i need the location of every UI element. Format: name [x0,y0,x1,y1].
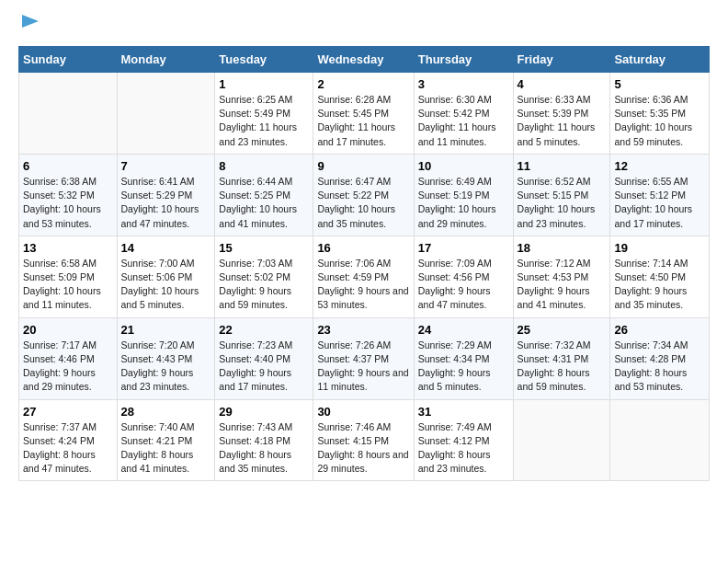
calendar-cell: 16Sunrise: 7:06 AM Sunset: 4:59 PM Dayli… [313,236,414,317]
calendar-cell: 6Sunrise: 6:38 AM Sunset: 5:32 PM Daylig… [19,154,118,236]
day-info: Sunrise: 7:20 AM Sunset: 4:43 PM Dayligh… [121,339,211,395]
day-info: Sunrise: 6:47 AM Sunset: 5:22 PM Dayligh… [317,175,409,231]
day-info: Sunrise: 6:38 AM Sunset: 5:32 PM Dayligh… [23,175,113,231]
calendar-cell: 21Sunrise: 7:20 AM Sunset: 4:43 PM Dayli… [117,317,215,399]
day-number: 11 [518,159,607,173]
day-info: Sunrise: 7:23 AM Sunset: 4:40 PM Dayligh… [219,339,309,395]
day-info: Sunrise: 6:52 AM Sunset: 5:15 PM Dayligh… [518,175,607,231]
day-info: Sunrise: 7:26 AM Sunset: 4:37 PM Dayligh… [317,339,409,395]
day-number: 21 [121,323,211,337]
day-number: 22 [219,323,309,337]
day-number: 29 [219,405,309,419]
day-info: Sunrise: 7:37 AM Sunset: 4:24 PM Dayligh… [23,420,113,477]
day-info: Sunrise: 7:14 AM Sunset: 4:50 PM Dayligh… [614,257,705,313]
calendar-cell: 30Sunrise: 7:46 AM Sunset: 4:15 PM Dayli… [313,399,414,481]
day-info: Sunrise: 7:29 AM Sunset: 4:34 PM Dayligh… [418,339,509,395]
day-number: 6 [23,159,113,173]
calendar-cell: 5Sunrise: 6:36 AM Sunset: 5:35 PM Daylig… [610,73,710,155]
day-number: 18 [518,241,607,255]
day-number: 13 [23,241,113,255]
col-header-thursday: Thursday [414,47,513,73]
day-number: 15 [219,241,309,255]
calendar-cell: 25Sunrise: 7:32 AM Sunset: 4:31 PM Dayli… [513,317,610,399]
calendar-cell: 24Sunrise: 7:29 AM Sunset: 4:34 PM Dayli… [414,317,513,399]
day-number: 8 [219,159,309,173]
day-number: 12 [614,159,705,173]
calendar-cell: 18Sunrise: 7:12 AM Sunset: 4:53 PM Dayli… [513,236,610,317]
calendar-cell: 23Sunrise: 7:26 AM Sunset: 4:37 PM Dayli… [313,317,414,399]
calendar-cell: 13Sunrise: 6:58 AM Sunset: 5:09 PM Dayli… [19,236,118,317]
day-info: Sunrise: 6:33 AM Sunset: 5:39 PM Dayligh… [518,93,607,149]
calendar-cell: 22Sunrise: 7:23 AM Sunset: 4:40 PM Dayli… [215,317,313,399]
day-number: 19 [614,241,705,255]
calendar-cell [513,399,610,481]
day-info: Sunrise: 6:28 AM Sunset: 5:45 PM Dayligh… [317,93,409,149]
day-info: Sunrise: 7:46 AM Sunset: 4:15 PM Dayligh… [317,420,409,477]
calendar-cell: 10Sunrise: 6:49 AM Sunset: 5:19 PM Dayli… [414,154,513,236]
calendar-cell: 29Sunrise: 7:43 AM Sunset: 4:18 PM Dayli… [215,399,313,481]
col-header-friday: Friday [513,47,610,73]
col-header-sunday: Sunday [19,47,118,73]
page-header [18,18,710,31]
col-header-tuesday: Tuesday [215,47,313,73]
calendar-cell: 11Sunrise: 6:52 AM Sunset: 5:15 PM Dayli… [513,154,610,236]
calendar-cell [19,73,118,155]
calendar-cell: 3Sunrise: 6:30 AM Sunset: 5:42 PM Daylig… [414,73,513,155]
day-number: 17 [418,241,509,255]
calendar-cell: 28Sunrise: 7:40 AM Sunset: 4:21 PM Dayli… [117,399,215,481]
col-header-monday: Monday [117,47,215,73]
day-info: Sunrise: 6:25 AM Sunset: 5:49 PM Dayligh… [219,93,309,149]
calendar-cell: 2Sunrise: 6:28 AM Sunset: 5:45 PM Daylig… [313,73,414,155]
day-info: Sunrise: 7:43 AM Sunset: 4:18 PM Dayligh… [219,420,309,477]
day-number: 24 [418,323,509,337]
day-info: Sunrise: 7:32 AM Sunset: 4:31 PM Dayligh… [518,339,607,395]
calendar-cell: 26Sunrise: 7:34 AM Sunset: 4:28 PM Dayli… [610,317,710,399]
calendar-cell [117,73,215,155]
day-info: Sunrise: 6:30 AM Sunset: 5:42 PM Dayligh… [418,93,509,149]
day-info: Sunrise: 7:17 AM Sunset: 4:46 PM Dayligh… [23,339,113,395]
svg-marker-0 [22,15,39,28]
day-info: Sunrise: 7:03 AM Sunset: 5:02 PM Dayligh… [219,257,309,313]
day-number: 27 [23,405,113,419]
calendar-cell: 9Sunrise: 6:47 AM Sunset: 5:22 PM Daylig… [313,154,414,236]
day-info: Sunrise: 6:41 AM Sunset: 5:29 PM Dayligh… [121,175,211,231]
calendar-cell: 17Sunrise: 7:09 AM Sunset: 4:56 PM Dayli… [414,236,513,317]
day-number: 26 [614,323,705,337]
day-info: Sunrise: 7:09 AM Sunset: 4:56 PM Dayligh… [418,257,509,313]
calendar-cell: 20Sunrise: 7:17 AM Sunset: 4:46 PM Dayli… [19,317,118,399]
day-number: 10 [418,159,509,173]
calendar-cell: 31Sunrise: 7:49 AM Sunset: 4:12 PM Dayli… [414,399,513,481]
logo-arrow-icon [20,11,40,31]
day-number: 4 [518,77,607,91]
day-number: 16 [317,241,409,255]
day-number: 1 [219,77,309,91]
calendar-cell: 8Sunrise: 6:44 AM Sunset: 5:25 PM Daylig… [215,154,313,236]
day-number: 7 [121,159,211,173]
day-number: 30 [317,405,409,419]
calendar-cell: 15Sunrise: 7:03 AM Sunset: 5:02 PM Dayli… [215,236,313,317]
day-info: Sunrise: 7:49 AM Sunset: 4:12 PM Dayligh… [418,420,509,477]
day-info: Sunrise: 7:12 AM Sunset: 4:53 PM Dayligh… [518,257,607,313]
calendar-cell: 7Sunrise: 6:41 AM Sunset: 5:29 PM Daylig… [117,154,215,236]
day-info: Sunrise: 6:44 AM Sunset: 5:25 PM Dayligh… [219,175,309,231]
day-number: 31 [418,405,509,419]
calendar-cell: 19Sunrise: 7:14 AM Sunset: 4:50 PM Dayli… [610,236,710,317]
calendar-cell: 27Sunrise: 7:37 AM Sunset: 4:24 PM Dayli… [19,399,118,481]
day-number: 9 [317,159,409,173]
calendar-cell: 12Sunrise: 6:55 AM Sunset: 5:12 PM Dayli… [610,154,710,236]
logo [18,18,40,31]
col-header-saturday: Saturday [610,47,710,73]
day-info: Sunrise: 7:34 AM Sunset: 4:28 PM Dayligh… [614,339,705,395]
day-info: Sunrise: 7:00 AM Sunset: 5:06 PM Dayligh… [121,257,211,313]
day-number: 14 [121,241,211,255]
calendar-cell [610,399,710,481]
day-info: Sunrise: 6:55 AM Sunset: 5:12 PM Dayligh… [614,175,705,231]
day-number: 25 [518,323,607,337]
day-number: 23 [317,323,409,337]
day-info: Sunrise: 6:36 AM Sunset: 5:35 PM Dayligh… [614,93,705,149]
calendar-cell: 4Sunrise: 6:33 AM Sunset: 5:39 PM Daylig… [513,73,610,155]
day-number: 2 [317,77,409,91]
day-info: Sunrise: 7:06 AM Sunset: 4:59 PM Dayligh… [317,257,409,313]
day-number: 20 [23,323,113,337]
day-info: Sunrise: 6:58 AM Sunset: 5:09 PM Dayligh… [23,257,113,313]
